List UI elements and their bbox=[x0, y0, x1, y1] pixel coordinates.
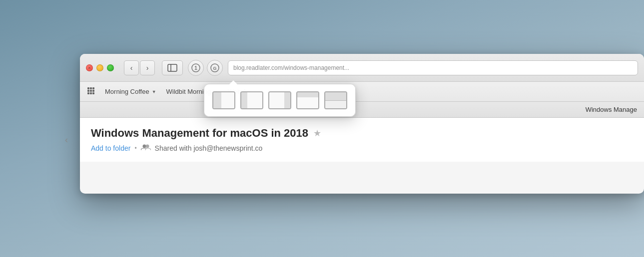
layout-main-2 bbox=[247, 92, 262, 108]
svg-rect-10 bbox=[90, 90, 92, 92]
layout-header bbox=[297, 92, 318, 97]
bullet-separator: • bbox=[134, 145, 136, 152]
layout-sidebar-right bbox=[284, 92, 290, 108]
article-title: Windows Management for macOS in 2018 bbox=[91, 127, 308, 140]
bookmarks-bar: Morning Coffee ▼ Wildbit Morning ▼ Web A… bbox=[80, 82, 644, 102]
svg-rect-12 bbox=[87, 92, 89, 94]
back-chevron-icon: ‹ bbox=[130, 64, 133, 72]
shared-users-icon bbox=[141, 144, 151, 153]
content-area: ‹ Windows Management for macOS in 2018 ★… bbox=[80, 118, 644, 162]
minimize-button[interactable] bbox=[96, 64, 103, 71]
browser-window: × ‹ › bbox=[80, 54, 644, 194]
morning-coffee-chevron-icon: ▼ bbox=[152, 89, 156, 94]
layout-option-full-left[interactable] bbox=[212, 91, 235, 109]
onepassword-icon: 1 bbox=[191, 63, 200, 72]
url-text: blog.readlater.com/windows-management... bbox=[233, 64, 349, 71]
extensions-area: 1 G bbox=[188, 60, 223, 76]
layout-option-stacked[interactable] bbox=[324, 91, 347, 109]
layout-sidebar-narrow bbox=[241, 92, 247, 108]
onepassword-button[interactable]: 1 bbox=[188, 60, 204, 76]
layout-main-4 bbox=[297, 97, 318, 108]
svg-point-16 bbox=[145, 145, 149, 148]
bookmark-morning-coffee-label: Morning Coffee bbox=[105, 88, 149, 95]
layout-option-right[interactable] bbox=[268, 91, 291, 109]
page-bar: Windows Manage bbox=[80, 102, 644, 118]
nav-buttons: ‹ › bbox=[124, 60, 155, 75]
svg-rect-11 bbox=[92, 90, 94, 92]
close-button[interactable]: × bbox=[86, 64, 93, 71]
forward-button[interactable]: › bbox=[140, 60, 155, 75]
svg-rect-7 bbox=[90, 87, 92, 89]
article-title-row: Windows Management for macOS in 2018 ★ bbox=[91, 127, 633, 140]
title-bar: × ‹ › bbox=[80, 54, 644, 82]
svg-rect-6 bbox=[87, 87, 89, 89]
grammarly-icon: G bbox=[210, 63, 219, 72]
article-back-button[interactable]: ‹ bbox=[65, 135, 68, 145]
svg-rect-0 bbox=[168, 64, 177, 71]
layout-option-header[interactable] bbox=[296, 91, 319, 109]
traffic-lights: × bbox=[86, 64, 114, 71]
sidebar-icon bbox=[167, 64, 177, 72]
close-icon: × bbox=[88, 65, 90, 70]
layout-option-narrow-left[interactable] bbox=[240, 91, 263, 109]
add-to-folder-button[interactable]: Add to folder bbox=[91, 144, 130, 152]
window-body: Morning Coffee ▼ Wildbit Morning ▼ Web A… bbox=[80, 82, 644, 162]
svg-text:G: G bbox=[213, 66, 216, 71]
svg-rect-9 bbox=[87, 90, 89, 92]
svg-rect-14 bbox=[92, 92, 94, 94]
layout-popover bbox=[204, 84, 356, 117]
layout-row1 bbox=[325, 92, 346, 100]
bookmark-morning-coffee[interactable]: Morning Coffee ▼ bbox=[102, 86, 159, 97]
svg-text:1: 1 bbox=[194, 65, 197, 71]
maximize-button[interactable] bbox=[107, 64, 114, 71]
svg-point-15 bbox=[142, 145, 146, 148]
apps-grid-icon[interactable] bbox=[87, 87, 95, 97]
article-meta: Add to folder • Shared with josh@thenews… bbox=[91, 144, 633, 153]
layout-main-3 bbox=[269, 92, 284, 108]
grammarly-button[interactable]: G bbox=[207, 60, 223, 76]
svg-rect-13 bbox=[90, 92, 92, 94]
shared-text: Shared with josh@thenewsprint.co bbox=[155, 144, 263, 152]
address-bar[interactable]: blog.readlater.com/windows-management... bbox=[228, 60, 638, 75]
forward-chevron-icon: › bbox=[146, 64, 149, 72]
star-icon[interactable]: ★ bbox=[313, 128, 321, 139]
svg-rect-8 bbox=[92, 87, 94, 89]
layout-sidebar-left bbox=[213, 92, 221, 108]
users-icon-svg bbox=[141, 144, 151, 151]
layout-main bbox=[221, 92, 234, 108]
grid-icon-svg bbox=[87, 87, 95, 95]
sidebar-toggle-button[interactable] bbox=[162, 60, 183, 75]
layout-row2 bbox=[325, 100, 346, 109]
page-breadcrumb-label: Windows Manage bbox=[586, 106, 637, 113]
back-button[interactable]: ‹ bbox=[124, 60, 139, 75]
back-arrow-icon: ‹ bbox=[65, 135, 68, 145]
